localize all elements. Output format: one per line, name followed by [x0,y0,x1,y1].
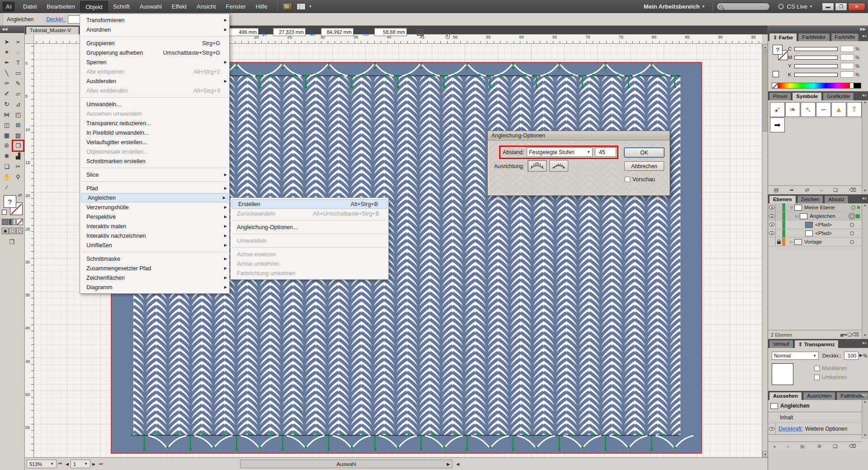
menu-item-anordnen[interactable]: Anordnen▶ [80,25,229,34]
chevron-down-icon[interactable]: ▼ [809,5,813,9]
collapse-panel-icon[interactable]: ◀◀ [0,26,24,33]
menu-item-in-pixelbild-umwandeln[interactable]: In Pixelbild umwandeln... [80,128,229,137]
opacity-link[interactable]: Deckkraft: [778,426,803,432]
menu-item-angleichung-optionen[interactable]: Angleichung-Optionen... [231,222,388,232]
draw-behind-mode-button[interactable]: ▢ [9,228,16,234]
menu-item-interaktiv-nachzeichnen[interactable]: Interaktiv nachzeichnen▶ [80,231,229,240]
mesh-tool[interactable]: ▦ [1,130,12,141]
type-tool[interactable]: T [13,57,24,68]
target-icon[interactable] [850,231,854,235]
menu-item-verzerrungshülle[interactable]: Verzerrungshülle▶ [80,202,229,212]
symbol-curved-arrow[interactable]: ➴ [801,102,816,117]
clear-appearance-icon[interactable]: ⊘ [817,443,821,449]
pencil-tool[interactable]: ✎ [13,78,24,89]
expand-toggle-icon[interactable]: ▷ [794,214,800,218]
paintbrush-tool[interactable]: ✑ [1,78,12,89]
tab-ausrichten[interactable]: Ausrichten [803,392,835,400]
expand-toggle-icon[interactable]: ▽ [789,206,794,210]
target-icon[interactable] [850,214,854,218]
layer-name[interactable]: Meine Ebene [804,205,835,210]
width-tool[interactable]: ⋈ [1,109,12,120]
visibility-toggle[interactable] [768,229,776,237]
last-artboard-icon[interactable]: ⏭ [97,461,104,466]
channel-value-input[interactable] [840,54,854,61]
menu-item-erstellen[interactable]: ErstellenAlt+Strg+B [231,199,387,209]
lasso-tool[interactable]: ◌ [13,47,24,57]
y-label[interactable]: y: [262,30,266,36]
channel-slider[interactable] [794,64,838,68]
graph-tool[interactable]: ▟ [13,151,24,161]
opacity-stepper-icon[interactable]: ▶ [859,353,863,357]
layer-row-vorlage[interactable]: ▷Vorlage [768,238,862,246]
cancel-button[interactable]: Abbrechen [624,161,664,171]
duplicate-item-icon[interactable]: ❏ [833,443,837,449]
symbol-arrow-right[interactable]: ➡ [770,118,785,132]
menu-item-diagramm[interactable]: Diagramm▶ [80,282,229,292]
steps-input[interactable]: 45 [595,147,616,157]
layer-name[interactable]: Vorlage [804,239,822,244]
first-artboard-icon[interactable]: ⏮ [57,461,64,466]
delete-item-icon[interactable]: ⌫ [849,443,856,449]
delete-symbol-icon[interactable]: ⌫ [849,187,856,193]
menu-item-schnittmarken-erstellen[interactable]: Schnittmarken erstellen [80,156,229,166]
color-button[interactable] [2,219,9,225]
symbol-libraries-icon[interactable]: ▤ [774,187,778,193]
ruler-corner[interactable] [25,34,34,44]
scale-tool[interactable]: ⊿ [13,99,24,109]
rectangle-tool[interactable]: ▭ [13,68,24,78]
width-field[interactable]: 84,992 mm [321,28,354,36]
tab-absatz[interactable]: Absatz [824,195,848,203]
blob-brush-tool[interactable]: ✐ [1,89,12,99]
lock-toggle[interactable] [776,221,783,229]
ok-button[interactable]: OK [624,148,664,157]
new-stroke-icon[interactable]: ▪ [774,444,776,449]
scroll-left-icon[interactable]: ◀ [456,462,459,466]
panel-grip[interactable] [0,13,3,25]
bridge-button[interactable]: Br [282,3,292,10]
layer-row-pfad[interactable]: <Pfad> [768,221,862,229]
restore-button[interactable]: ❐ [835,3,847,11]
artboard-number-select[interactable]: 1▼ [71,460,90,468]
artboard-tool[interactable]: ❏ [1,161,12,172]
symbol-pyramid[interactable]: ▲ [831,102,846,117]
swap-fill-stroke-icon[interactable]: ⇄ [16,192,24,198]
channel-slider[interactable] [794,56,838,60]
perspective-grid-tool[interactable]: ⊞ [13,120,24,130]
channel-value-input[interactable] [840,71,854,78]
magic-wand-tool[interactable]: ✶ [1,47,12,57]
align-to-path-button[interactable] [549,160,568,172]
menu-item-verlaufsgitter-erstellen[interactable]: Verlaufsgitter erstellen... [80,137,229,147]
draw-inside-mode-button[interactable]: ▢ [16,228,23,234]
symbol-arrow-up[interactable]: ⇑ [847,102,862,117]
slice-tool[interactable]: ✂ [13,161,24,172]
blend-mode-select[interactable]: Normal▼ [772,352,819,360]
rotate-tool[interactable]: ↻ [1,99,12,109]
fill-proxy[interactable]: ? [773,45,783,55]
menu-item-gruppierung-aufheben[interactable]: Gruppierung aufhebenUmschalttaste+Strg+G [80,48,229,57]
menubar-item-hilfe[interactable]: Hilfe [251,1,273,13]
tab-symbole[interactable]: Symbole [792,92,822,100]
free-transform-tool[interactable]: ◰ [13,109,24,120]
search-input[interactable] [717,3,770,10]
symbol-fish[interactable]: ∽ [816,102,831,117]
visibility-toggle[interactable] [768,203,776,212]
chevron-down-icon[interactable]: ▼ [309,5,312,9]
menubar-item-objekt[interactable]: Objekt [80,1,108,13]
symbol-sprayer-tool[interactable]: ❋ [1,151,12,161]
constrain-proportions-icon[interactable] [446,33,450,39]
target-icon[interactable] [850,240,854,244]
visibility-toggle[interactable] [768,423,776,434]
layer-row-angleichen[interactable]: ▷Angleichen [768,212,862,221]
target-icon[interactable] [850,223,854,227]
break-link-icon[interactable]: ⇄ [805,187,809,193]
cs-live-menu[interactable]: CS Live [787,3,808,10]
place-symbol-icon[interactable]: ➥ [790,187,794,193]
screen-mode-button[interactable]: ❐ [6,237,17,247]
vertical-scrollbar[interactable]: ▲ ▼ [762,44,768,457]
white-swatch[interactable] [849,83,854,88]
tab-farbhilfe[interactable]: Farbhilfe [831,33,859,41]
menu-item-transformieren[interactable]: Transformieren▶ [80,15,229,25]
transform-reference-icon[interactable] [417,29,424,36]
tab-grafikstile[interactable]: Grafikstile [823,92,854,100]
lock-toggle[interactable] [776,238,783,246]
